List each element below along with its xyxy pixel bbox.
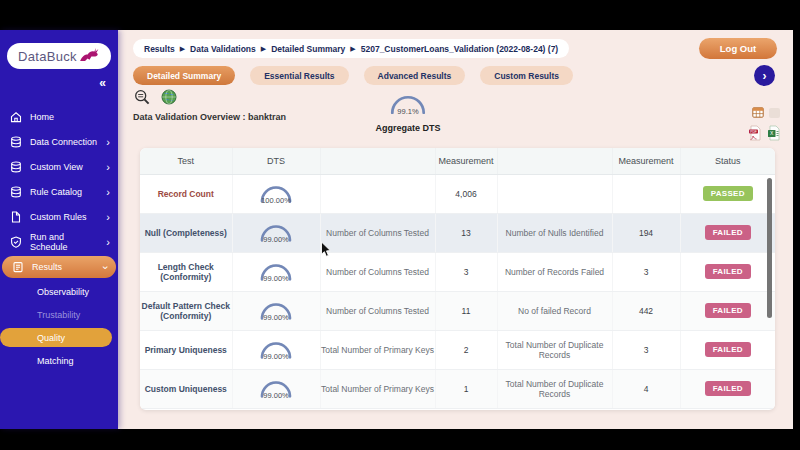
sidebar-item-data-connection[interactable]: Data Connection › [0, 131, 118, 153]
home-icon [10, 111, 22, 123]
breadcrumb-separator-icon: ▶ [261, 45, 266, 53]
database-icon [10, 186, 22, 198]
sidebar-item-results[interactable]: Results › [2, 256, 116, 278]
chevron-right-icon: › [106, 162, 110, 173]
status-badge: FAILED [705, 225, 751, 240]
globe-icon[interactable] [161, 89, 177, 109]
logout-button[interactable]: Log Out [699, 38, 777, 59]
sidebar-item-rule-catalog[interactable]: Rule Catalog › [0, 181, 118, 203]
aggregate-dts-label: Aggregate DTS [373, 123, 443, 133]
sidebar-item-label: Rule Catalog [30, 187, 98, 197]
sidebar-item-label: Custom Rules [30, 212, 98, 222]
database-icon [10, 161, 22, 173]
dts-value: 99.00% [258, 235, 294, 244]
sidebar-subitem-label: Matching [37, 356, 74, 366]
col-header-dts: DTS [232, 148, 320, 174]
overview-tools [134, 89, 177, 109]
status-badge: PASSED [703, 186, 753, 201]
clipboard-icon [12, 261, 24, 273]
table-row-default-pattern-check[interactable]: Default Pattern Check (Conformity) 99.00… [140, 291, 775, 330]
measurement-2-label [497, 174, 612, 213]
sidebar-nav: Home Data Connection › Custom View › Rul… [0, 106, 118, 370]
sidebar-item-home[interactable]: Home [0, 106, 118, 128]
sidebar-subitem-matching[interactable]: Matching [0, 351, 118, 370]
sidebar-item-custom-view[interactable]: Custom View › [0, 156, 118, 178]
col-header-status: Status [680, 148, 775, 174]
grid-view-icon[interactable] [769, 108, 780, 118]
tab-advanced-results[interactable]: Advanced Results [364, 66, 466, 85]
breadcrumb-part[interactable]: Results [144, 44, 175, 54]
breadcrumb-part[interactable]: Data Validations [190, 44, 256, 54]
dts-gauge: 99.00% [258, 378, 294, 400]
chevron-down-icon: › [101, 265, 112, 269]
measurement-2-value: 4 [612, 369, 680, 408]
table-row-primary-uniqueness[interactable]: Primary Uniqueness 99.00% Total Number o… [140, 330, 775, 369]
table-row-null-completeness[interactable]: Null (Completeness) 99.00% Number of Col… [140, 213, 775, 252]
measurement-2-value: 442 [612, 291, 680, 330]
chevron-right-icon: › [106, 137, 110, 148]
sidebar-subitem-trustability[interactable]: Trustability [0, 305, 118, 324]
breadcrumb-separator-icon: ▶ [180, 45, 185, 53]
test-name: Custom Uniqueness [140, 369, 232, 408]
sidebar-item-label: Results [32, 262, 96, 272]
measurement-2-value [612, 174, 680, 213]
measurement-1-value: 11 [435, 291, 497, 330]
measurement-1-label: Total Number of Primary Keys [320, 369, 435, 408]
results-table-card: Test DTS Measurement Measurement Status … [140, 148, 775, 410]
excel-export-icon[interactable]: X [767, 125, 780, 145]
col-header-measurement-1: Measurement [435, 148, 497, 174]
table-row-record-count[interactable]: Record Count 100.00% 4,006 PASSED [140, 174, 775, 213]
zoom-search-icon[interactable] [134, 89, 150, 109]
col-header-measurement-2: Measurement [612, 148, 680, 174]
measurement-2-label: Total Number of Duplicate Records [497, 369, 612, 408]
logo-text: DataBuck [18, 49, 77, 64]
sidebar-subitem-label: Observability [37, 287, 89, 297]
databuck-logo[interactable]: DataBuck [7, 43, 111, 69]
measurement-1-value: 13 [435, 213, 497, 252]
chevron-right-icon: › [106, 212, 110, 223]
tabs-next-button[interactable]: › [754, 65, 775, 86]
test-name: Record Count [140, 174, 232, 213]
status-badge: FAILED [705, 381, 751, 396]
table-view-icon[interactable] [752, 104, 764, 122]
status-badge: FAILED [705, 303, 751, 318]
sidebar-item-label: Home [30, 112, 110, 122]
sidebar-item-label: Custom View [30, 162, 98, 172]
export-actions: PDF X [746, 104, 780, 148]
table-row-custom-uniqueness[interactable]: Custom Uniqueness 99.00% Total Number of… [140, 369, 775, 408]
measurement-2-label: Number of Records Failed [497, 252, 612, 291]
sidebar-subitem-quality[interactable]: Quality [0, 328, 112, 347]
sidebar-subitem-observability[interactable]: Observability [0, 282, 118, 301]
tabs: Detailed Summary Essential Results Advan… [133, 66, 573, 85]
sidebar-item-label: Run and Schedule [30, 232, 98, 252]
databuck-deer-icon [79, 47, 100, 66]
aggregate-dts: 99.1% Aggregate DTS [373, 92, 443, 133]
col-header-blank [497, 148, 612, 174]
measurement-1-value: 1 [435, 369, 497, 408]
sidebar-item-custom-rules[interactable]: Custom Rules › [0, 206, 118, 228]
table-row-length-check[interactable]: Length Check (Conformity) 99.00% Number … [140, 252, 775, 291]
pdf-export-icon[interactable]: PDF [748, 125, 762, 145]
measurement-1-label: Number of Columns Tested [320, 213, 435, 252]
table-scrollbar[interactable] [767, 178, 772, 318]
measurement-1-label: Number of Columns Tested [320, 291, 435, 330]
tab-essential-results[interactable]: Essential Results [250, 66, 348, 85]
tab-detailed-summary[interactable]: Detailed Summary [133, 66, 235, 85]
measurement-1-value: 4,006 [435, 174, 497, 213]
measurement-1-label: Total Number of Primary Keys [320, 330, 435, 369]
overview-title: Data Validation Overview : banktran [133, 112, 286, 122]
breadcrumb-part[interactable]: 5207_CustomerLoans_Validation (2022-08-2… [361, 44, 558, 54]
sidebar-collapse-button[interactable]: « [0, 69, 118, 90]
file-icon [10, 211, 22, 223]
measurement-2-value: 3 [612, 252, 680, 291]
dts-gauge: 100.00% [258, 183, 294, 205]
measurement-2-value: 3 [612, 330, 680, 369]
measurement-2-label: Number of Nulls Identified [497, 213, 612, 252]
database-icon [10, 136, 22, 148]
tab-custom-results[interactable]: Custom Results [480, 66, 573, 85]
dts-gauge: 99.00% [258, 300, 294, 322]
sidebar-item-run-and-schedule[interactable]: Run and Schedule › [0, 231, 118, 253]
main-area: Results ▶ Data Validations ▶ Detailed Su… [118, 30, 793, 429]
breadcrumb[interactable]: Results ▶ Data Validations ▶ Detailed Su… [133, 39, 569, 58]
breadcrumb-part[interactable]: Detailed Summary [271, 44, 345, 54]
